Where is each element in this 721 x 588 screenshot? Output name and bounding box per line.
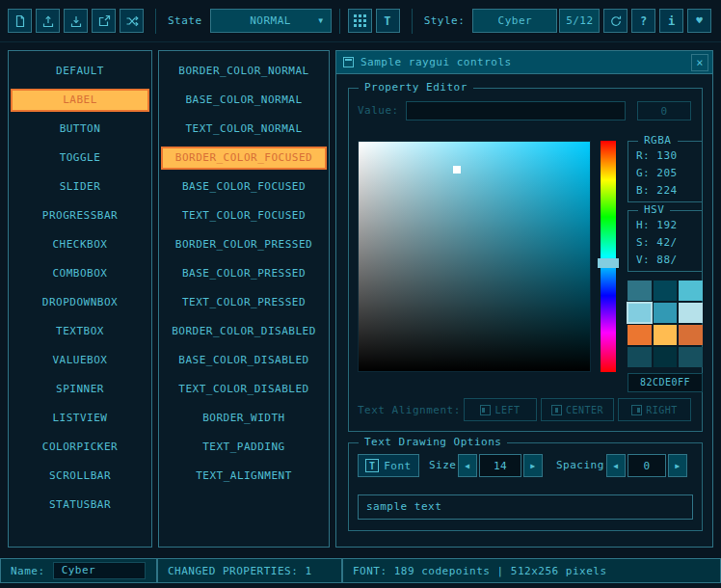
- help-button[interactable]: ?: [631, 9, 655, 33]
- export-file-button[interactable]: [92, 9, 116, 33]
- control-item-combobox[interactable]: COMBOBOX: [11, 262, 149, 285]
- control-item-textbox[interactable]: TEXTBOX: [11, 320, 149, 343]
- property-item[interactable]: BORDER_COLOR_PRESSED: [161, 233, 327, 256]
- close-button[interactable]: ×: [691, 54, 708, 71]
- arrow-left-icon: ◀: [613, 462, 618, 470]
- control-item-valuebox[interactable]: VALUEBOX: [11, 349, 149, 372]
- spacing-decrease-button[interactable]: ◀: [606, 454, 626, 477]
- property-item[interactable]: TEXT_COLOR_DISABLED: [161, 378, 327, 401]
- align-center-label: CENTER: [566, 405, 603, 415]
- state-dropdown[interactable]: NORMAL ▼: [210, 9, 332, 33]
- control-item-statusbar[interactable]: STATUSBAR: [11, 494, 149, 517]
- control-item-toggle[interactable]: TOGGLE: [11, 147, 149, 170]
- property-item[interactable]: TEXT_PADDING: [161, 436, 327, 459]
- property-item[interactable]: BORDER_COLOR_NORMAL: [161, 60, 327, 83]
- hue-slider[interactable]: [601, 141, 616, 372]
- randomize-style-button[interactable]: [120, 9, 144, 33]
- property-item[interactable]: BORDER_COLOR_DISABLED: [161, 320, 327, 343]
- arrow-left-icon: ◀: [465, 462, 469, 470]
- reload-style-button[interactable]: [603, 9, 628, 33]
- sponsor-button[interactable]: ♥: [687, 9, 711, 33]
- property-item[interactable]: BASE_COLOR_FOCUSED: [161, 175, 327, 199]
- about-button[interactable]: i: [659, 9, 683, 33]
- palette-swatch[interactable]: [654, 281, 678, 301]
- style-counter-value: 5/12: [566, 14, 594, 27]
- color-picker-cursor[interactable]: [453, 166, 461, 174]
- control-item-colorpicker[interactable]: COLORPICKER: [11, 436, 149, 459]
- property-item[interactable]: TEXT_ALIGNMENT: [161, 465, 327, 488]
- save-file-button[interactable]: [64, 9, 88, 33]
- palette-swatch[interactable]: [654, 325, 678, 345]
- palette-swatch[interactable]: [654, 303, 678, 323]
- palette-swatch[interactable]: [679, 347, 703, 367]
- statusbar: Name: Cyber CHANGED PROPERTIES: 1 FONT: …: [0, 558, 721, 583]
- align-right-button[interactable]: RIGHT: [618, 398, 691, 421]
- chevron-down-icon: ▼: [318, 16, 323, 25]
- control-item-default[interactable]: DEFAULT: [11, 60, 149, 83]
- hsv-label: HSV: [638, 203, 670, 216]
- palette-swatch-selected[interactable]: [628, 303, 652, 323]
- control-item-slider[interactable]: SLIDER: [11, 175, 149, 199]
- new-file-button[interactable]: [8, 9, 32, 33]
- value-zero-button[interactable]: 0: [637, 101, 691, 120]
- toolbar-divider: [412, 9, 413, 34]
- control-item-checkbox[interactable]: CHECKBOX: [11, 233, 149, 256]
- font-button[interactable]: T Font: [358, 454, 419, 477]
- new-file-icon: [13, 14, 27, 28]
- control-item-scrollbar[interactable]: SCROLLBAR: [11, 465, 149, 488]
- style-counter-button[interactable]: 5/12: [559, 9, 600, 33]
- size-value[interactable]: 14: [479, 454, 521, 477]
- palette-swatch[interactable]: [654, 347, 678, 367]
- state-label: State: [168, 14, 202, 27]
- control-item-spinner[interactable]: SPINNER: [11, 378, 149, 401]
- hsv-s-value: S: 42/: [636, 236, 678, 250]
- control-item-dropdownbox[interactable]: DROPDOWNBOX: [11, 291, 149, 314]
- hex-color-value[interactable]: 82CDE0FF: [628, 373, 703, 392]
- control-item-label[interactable]: LABEL: [11, 89, 149, 112]
- property-item[interactable]: TEXT_COLOR_PRESSED: [161, 291, 327, 314]
- spacing-increase-button[interactable]: ▶: [668, 454, 687, 477]
- property-item[interactable]: TEXT_COLOR_NORMAL: [161, 118, 327, 141]
- palette-swatch[interactable]: [628, 347, 652, 367]
- align-right-icon: [631, 405, 642, 415]
- style-selector-value: Cyber: [498, 14, 533, 27]
- property-item-selected[interactable]: BORDER_COLOR_FOCUSED: [161, 147, 327, 170]
- palette-swatch[interactable]: [679, 325, 703, 345]
- spacing-value[interactable]: 0: [628, 454, 666, 477]
- palette-swatch[interactable]: [628, 325, 652, 345]
- group-label: Property Editor: [359, 81, 473, 94]
- statusbar-font-segment: FONT: 189 codepoints | 512x256 pixels: [342, 558, 721, 583]
- property-item[interactable]: BASE_COLOR_DISABLED: [161, 349, 327, 372]
- size-decrease-button[interactable]: ◀: [458, 454, 477, 477]
- property-item[interactable]: BASE_COLOR_NORMAL: [161, 89, 327, 112]
- size-increase-button[interactable]: ▶: [523, 454, 543, 477]
- style-name-input[interactable]: Cyber: [53, 562, 146, 579]
- property-item[interactable]: TEXT_COLOR_FOCUSED: [161, 204, 327, 227]
- style-selector-button[interactable]: Cyber: [472, 9, 557, 33]
- shuffle-icon: [125, 14, 139, 28]
- toolbar-divider: [339, 9, 340, 34]
- hue-slider-handle[interactable]: [598, 258, 619, 268]
- align-left-label: LEFT: [494, 405, 520, 415]
- export-file-icon: [97, 14, 111, 28]
- control-item-progressbar[interactable]: PROGRESSBAR: [11, 204, 149, 227]
- palette-swatch[interactable]: [679, 303, 703, 323]
- arrow-right-icon: ▶: [675, 462, 680, 470]
- palette-swatch[interactable]: [628, 281, 652, 301]
- palette-swatch[interactable]: [679, 281, 703, 301]
- font-editor-button[interactable]: T: [376, 9, 400, 33]
- property-item[interactable]: BASE_COLOR_PRESSED: [161, 262, 327, 285]
- property-item[interactable]: BORDER_WIDTH: [161, 407, 327, 430]
- color-picker-area[interactable]: [358, 141, 591, 372]
- value-input[interactable]: [406, 101, 626, 120]
- style-table-button[interactable]: [348, 9, 372, 33]
- sample-text-input[interactable]: sample text: [358, 494, 693, 520]
- align-left-button[interactable]: LEFT: [464, 398, 537, 421]
- control-item-listview[interactable]: LISTVIEW: [11, 407, 149, 430]
- align-center-button[interactable]: CENTER: [541, 398, 614, 421]
- load-file-button[interactable]: [36, 9, 60, 33]
- control-item-button[interactable]: BUTTON: [11, 118, 149, 141]
- window-titlebar[interactable]: Sample raygui controls ×: [336, 51, 712, 74]
- toolbar: State NORMAL ▼ T Style: Cyber 5/12 ? i: [0, 0, 721, 42]
- controls-list: DEFAULT LABEL BUTTON TOGGLE SLIDER PROGR…: [8, 50, 152, 548]
